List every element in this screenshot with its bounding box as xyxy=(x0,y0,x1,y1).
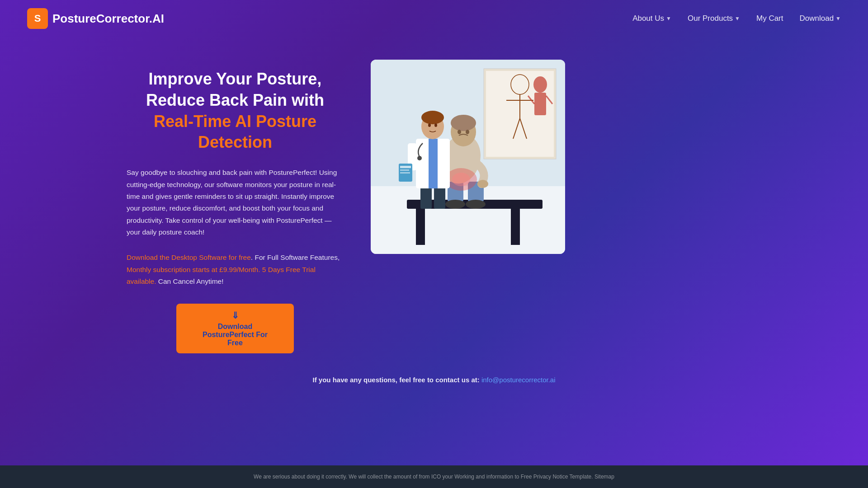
svg-rect-35 xyxy=(400,166,411,168)
footer: We are serious about doing it correctly.… xyxy=(0,465,868,488)
nav-download[interactable]: Download ▼ xyxy=(800,14,841,23)
svg-point-41 xyxy=(434,123,437,127)
main-nav: About Us ▼ Our Products ▼ My Cart Downlo… xyxy=(632,14,841,23)
cta-text: Download the Desktop Software for free. … xyxy=(127,252,344,287)
svg-rect-10 xyxy=(534,93,546,115)
contact-text: If you have any questions, feel free to … xyxy=(312,376,481,384)
download-icon: ⇓ xyxy=(231,310,239,321)
svg-rect-30 xyxy=(434,186,445,209)
nav-my-cart[interactable]: My Cart xyxy=(756,14,783,23)
brand-name: PostureCorrector.AI xyxy=(52,12,164,26)
nav-our-products[interactable]: Our Products ▼ xyxy=(688,14,740,23)
about-us-arrow: ▼ xyxy=(666,15,671,22)
download-free-link[interactable]: Download the Desktop Software for free xyxy=(127,253,251,261)
svg-point-40 xyxy=(428,123,431,127)
download-button[interactable]: ⇓ Download PosturePerfect For Free xyxy=(176,304,294,353)
svg-rect-37 xyxy=(400,172,410,174)
svg-rect-14 xyxy=(416,209,425,245)
svg-point-39 xyxy=(421,111,444,124)
svg-point-19 xyxy=(466,200,486,209)
contact-section: If you have any questions, feel free to … xyxy=(0,367,868,397)
svg-point-26 xyxy=(451,115,476,131)
hero-image xyxy=(371,60,565,254)
svg-rect-29 xyxy=(420,186,432,209)
svg-point-28 xyxy=(466,130,469,134)
svg-point-24 xyxy=(452,173,470,186)
svg-point-42 xyxy=(417,156,422,160)
hero-left-panel: Improve Your Posture, Reduce Back Pain w… xyxy=(127,60,344,353)
svg-point-18 xyxy=(445,200,465,209)
logo[interactable]: S PostureCorrector.AI xyxy=(27,8,164,29)
nav-about-us[interactable]: About Us ▼ xyxy=(632,14,671,23)
hero-description: Say goodbye to slouching and back pain w… xyxy=(127,167,344,238)
svg-rect-36 xyxy=(400,169,409,171)
hero-heading: Improve Your Posture, Reduce Back Pain w… xyxy=(127,69,344,153)
download-arrow: ▼ xyxy=(835,15,841,22)
logo-icon: S xyxy=(27,8,48,29)
footer-text: We are serious about doing it correctly.… xyxy=(27,474,841,480)
svg-point-27 xyxy=(458,130,461,134)
our-products-arrow: ▼ xyxy=(735,15,740,22)
svg-rect-15 xyxy=(511,209,520,245)
svg-rect-32 xyxy=(429,139,438,188)
svg-point-22 xyxy=(477,180,488,188)
contact-email[interactable]: info@posturecorrector.ai xyxy=(481,376,556,384)
svg-point-9 xyxy=(533,76,547,93)
hero-image-panel xyxy=(371,60,574,254)
